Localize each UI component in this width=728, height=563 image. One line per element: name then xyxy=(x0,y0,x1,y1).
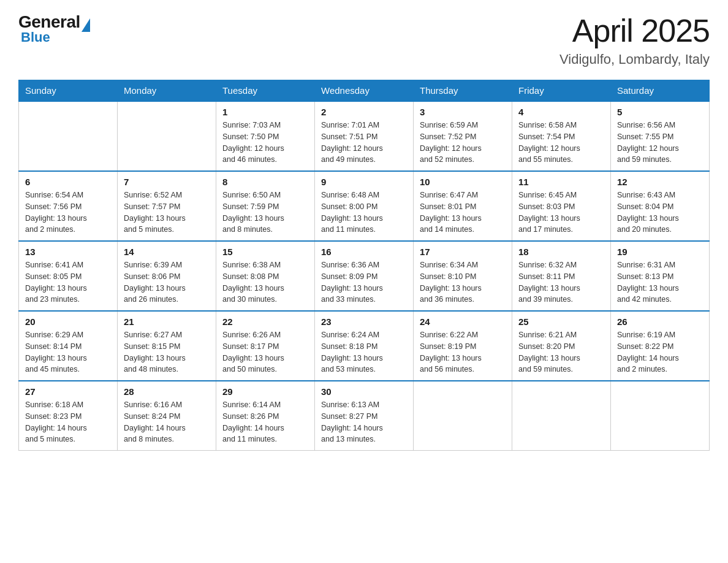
calendar-cell xyxy=(414,381,512,451)
calendar-cell xyxy=(611,381,710,451)
day-info: Sunrise: 7:01 AMSunset: 7:51 PMDaylight:… xyxy=(321,120,407,166)
day-number: 12 xyxy=(617,177,703,187)
calendar-cell: 15Sunrise: 6:38 AMSunset: 8:08 PMDayligh… xyxy=(216,241,315,311)
day-number: 6 xyxy=(25,177,111,187)
day-number: 28 xyxy=(124,386,210,397)
day-info: Sunrise: 6:38 AMSunset: 8:08 PMDaylight:… xyxy=(222,259,308,305)
day-number: 20 xyxy=(25,316,111,327)
logo: General Blue xyxy=(18,12,90,45)
calendar-week-row: 20Sunrise: 6:29 AMSunset: 8:14 PMDayligh… xyxy=(19,311,710,381)
day-info: Sunrise: 6:24 AMSunset: 8:18 PMDaylight:… xyxy=(321,329,407,375)
day-info: Sunrise: 6:54 AMSunset: 7:56 PMDaylight:… xyxy=(25,190,111,236)
day-info: Sunrise: 6:36 AMSunset: 8:09 PMDaylight:… xyxy=(321,259,407,305)
calendar-cell: 28Sunrise: 6:16 AMSunset: 8:24 PMDayligh… xyxy=(118,381,216,451)
day-number: 30 xyxy=(321,386,407,397)
day-info: Sunrise: 7:03 AMSunset: 7:50 PMDaylight:… xyxy=(222,120,308,166)
calendar-cell: 23Sunrise: 6:24 AMSunset: 8:18 PMDayligh… xyxy=(315,311,414,381)
calendar-cell: 12Sunrise: 6:43 AMSunset: 8:04 PMDayligh… xyxy=(611,171,710,241)
day-number: 19 xyxy=(617,247,703,257)
calendar-cell: 19Sunrise: 6:31 AMSunset: 8:13 PMDayligh… xyxy=(611,241,710,311)
day-number: 4 xyxy=(518,107,604,117)
day-number: 17 xyxy=(420,247,506,257)
day-info: Sunrise: 6:48 AMSunset: 8:00 PMDaylight:… xyxy=(321,190,407,236)
calendar-cell: 3Sunrise: 6:59 AMSunset: 7:52 PMDaylight… xyxy=(414,101,512,171)
day-number: 16 xyxy=(321,247,407,257)
day-info: Sunrise: 6:59 AMSunset: 7:52 PMDaylight:… xyxy=(420,120,506,166)
day-info: Sunrise: 6:58 AMSunset: 7:54 PMDaylight:… xyxy=(518,120,604,166)
calendar-cell: 11Sunrise: 6:45 AMSunset: 8:03 PMDayligh… xyxy=(512,171,611,241)
day-info: Sunrise: 6:43 AMSunset: 8:04 PMDaylight:… xyxy=(617,190,703,236)
day-info: Sunrise: 6:45 AMSunset: 8:03 PMDaylight:… xyxy=(518,190,604,236)
logo-blue-text: Blue xyxy=(18,29,50,45)
calendar-cell: 20Sunrise: 6:29 AMSunset: 8:14 PMDayligh… xyxy=(19,311,118,381)
day-number: 27 xyxy=(25,386,111,397)
day-info: Sunrise: 6:34 AMSunset: 8:10 PMDaylight:… xyxy=(420,259,506,305)
day-info: Sunrise: 6:39 AMSunset: 8:06 PMDaylight:… xyxy=(124,259,210,305)
day-info: Sunrise: 6:16 AMSunset: 8:24 PMDaylight:… xyxy=(124,399,210,445)
calendar-cell: 17Sunrise: 6:34 AMSunset: 8:10 PMDayligh… xyxy=(414,241,512,311)
day-info: Sunrise: 6:22 AMSunset: 8:19 PMDaylight:… xyxy=(420,329,506,375)
day-info: Sunrise: 6:19 AMSunset: 8:22 PMDaylight:… xyxy=(617,329,703,375)
calendar-table: SundayMondayTuesdayWednesdayThursdayFrid… xyxy=(18,80,710,451)
day-number: 11 xyxy=(518,177,604,187)
day-number: 7 xyxy=(124,177,210,187)
day-number: 18 xyxy=(518,247,604,257)
day-info: Sunrise: 6:26 AMSunset: 8:17 PMDaylight:… xyxy=(222,329,308,375)
calendar-cell: 24Sunrise: 6:22 AMSunset: 8:19 PMDayligh… xyxy=(414,311,512,381)
day-info: Sunrise: 6:27 AMSunset: 8:15 PMDaylight:… xyxy=(124,329,210,375)
weekday-header-sunday: Sunday xyxy=(19,80,118,102)
weekday-header-thursday: Thursday xyxy=(414,80,512,102)
day-info: Sunrise: 6:14 AMSunset: 8:26 PMDaylight:… xyxy=(222,399,308,445)
calendar-week-row: 13Sunrise: 6:41 AMSunset: 8:05 PMDayligh… xyxy=(19,241,710,311)
calendar-cell: 27Sunrise: 6:18 AMSunset: 8:23 PMDayligh… xyxy=(19,381,118,451)
day-info: Sunrise: 6:47 AMSunset: 8:01 PMDaylight:… xyxy=(420,190,506,236)
day-number: 29 xyxy=(222,386,308,397)
weekday-header-row: SundayMondayTuesdayWednesdayThursdayFrid… xyxy=(19,80,710,102)
calendar-cell: 14Sunrise: 6:39 AMSunset: 8:06 PMDayligh… xyxy=(118,241,216,311)
calendar-cell: 29Sunrise: 6:14 AMSunset: 8:26 PMDayligh… xyxy=(216,381,315,451)
day-info: Sunrise: 6:31 AMSunset: 8:13 PMDaylight:… xyxy=(617,259,703,305)
weekday-header-tuesday: Tuesday xyxy=(216,80,315,102)
calendar-cell: 9Sunrise: 6:48 AMSunset: 8:00 PMDaylight… xyxy=(315,171,414,241)
day-number: 8 xyxy=(222,177,308,187)
day-info: Sunrise: 6:52 AMSunset: 7:57 PMDaylight:… xyxy=(124,190,210,236)
calendar-cell: 4Sunrise: 6:58 AMSunset: 7:54 PMDaylight… xyxy=(512,101,611,171)
calendar-cell: 13Sunrise: 6:41 AMSunset: 8:05 PMDayligh… xyxy=(19,241,118,311)
calendar-cell: 10Sunrise: 6:47 AMSunset: 8:01 PMDayligh… xyxy=(414,171,512,241)
day-number: 14 xyxy=(124,247,210,257)
calendar-cell: 26Sunrise: 6:19 AMSunset: 8:22 PMDayligh… xyxy=(611,311,710,381)
calendar-cell: 25Sunrise: 6:21 AMSunset: 8:20 PMDayligh… xyxy=(512,311,611,381)
day-number: 13 xyxy=(25,247,111,257)
day-number: 5 xyxy=(617,107,703,117)
day-number: 9 xyxy=(321,177,407,187)
day-number: 15 xyxy=(222,247,308,257)
day-info: Sunrise: 6:13 AMSunset: 8:27 PMDaylight:… xyxy=(321,399,407,445)
calendar-cell: 2Sunrise: 7:01 AMSunset: 7:51 PMDaylight… xyxy=(315,101,414,171)
day-number: 23 xyxy=(321,316,407,327)
day-number: 1 xyxy=(222,107,308,117)
day-info: Sunrise: 6:18 AMSunset: 8:23 PMDaylight:… xyxy=(25,399,111,445)
day-info: Sunrise: 6:32 AMSunset: 8:11 PMDaylight:… xyxy=(518,259,604,305)
calendar-week-row: 1Sunrise: 7:03 AMSunset: 7:50 PMDaylight… xyxy=(19,101,710,171)
page-header: General Blue April 2025 Vidigulfo, Lomba… xyxy=(18,12,710,67)
calendar-week-row: 27Sunrise: 6:18 AMSunset: 8:23 PMDayligh… xyxy=(19,381,710,451)
day-number: 2 xyxy=(321,107,407,117)
day-number: 26 xyxy=(617,316,703,327)
calendar-cell: 7Sunrise: 6:52 AMSunset: 7:57 PMDaylight… xyxy=(118,171,216,241)
day-number: 3 xyxy=(420,107,506,117)
calendar-cell: 22Sunrise: 6:26 AMSunset: 8:17 PMDayligh… xyxy=(216,311,315,381)
calendar-cell: 6Sunrise: 6:54 AMSunset: 7:56 PMDaylight… xyxy=(19,171,118,241)
calendar-cell: 8Sunrise: 6:50 AMSunset: 7:59 PMDaylight… xyxy=(216,171,315,241)
day-number: 24 xyxy=(420,316,506,327)
day-number: 10 xyxy=(420,177,506,187)
day-info: Sunrise: 6:41 AMSunset: 8:05 PMDaylight:… xyxy=(25,259,111,305)
calendar-cell: 1Sunrise: 7:03 AMSunset: 7:50 PMDaylight… xyxy=(216,101,315,171)
weekday-header-saturday: Saturday xyxy=(611,80,710,102)
weekday-header-friday: Friday xyxy=(512,80,611,102)
weekday-header-wednesday: Wednesday xyxy=(315,80,414,102)
day-number: 22 xyxy=(222,316,308,327)
page-title: April 2025 xyxy=(559,12,710,49)
calendar-cell: 16Sunrise: 6:36 AMSunset: 8:09 PMDayligh… xyxy=(315,241,414,311)
calendar-cell: 21Sunrise: 6:27 AMSunset: 8:15 PMDayligh… xyxy=(118,311,216,381)
page-subtitle: Vidigulfo, Lombardy, Italy xyxy=(559,52,710,67)
